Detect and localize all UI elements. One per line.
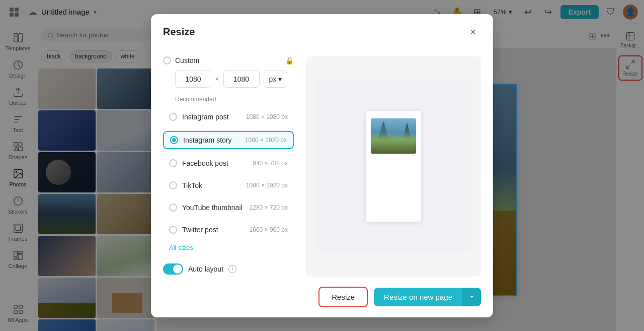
recommended-label: Recommended <box>175 96 294 103</box>
modal-backdrop: Resize × Custom 🔒 × px <box>0 0 644 331</box>
preview-container <box>306 56 481 277</box>
option-name: Twitter post <box>182 226 245 234</box>
unit-chevron: ▾ <box>278 75 282 83</box>
custom-radio[interactable] <box>163 56 171 64</box>
modal-close-button[interactable]: × <box>465 24 481 40</box>
twitter-radio <box>169 226 177 234</box>
option-dims: 1080 × 1080 px <box>246 113 288 120</box>
option-dims: 1080 × 1920 px <box>245 137 287 144</box>
dimension-separator: × <box>215 75 219 83</box>
option-name: Instagram post <box>182 113 241 121</box>
tiktok-radio <box>169 181 177 189</box>
auto-layout-row: Auto layout i <box>163 257 294 277</box>
resize-button[interactable]: Resize <box>318 287 368 307</box>
dimensions-row: × px ▾ <box>175 71 294 88</box>
lock-icon[interactable]: 🔒 <box>285 56 294 64</box>
facebook-post-radio <box>169 159 177 167</box>
modal-body: Custom 🔒 × px ▾ Recommended <box>151 48 493 287</box>
modal-footer: Resize Resize on new page <box>151 287 493 317</box>
resize-on-new-page-group: Resize on new page <box>374 288 481 306</box>
instagram-story-radio <box>170 136 178 144</box>
option-tiktok[interactable]: TikTok 1080 × 1920 px <box>163 177 294 193</box>
option-twitter-post[interactable]: Twitter post 1600 × 900 px <box>163 222 294 238</box>
resize-new-page-chevron-button[interactable] <box>462 288 481 306</box>
unit-select[interactable]: px ▾ <box>264 71 288 88</box>
option-name: TikTok <box>182 181 241 189</box>
auto-layout-info-icon[interactable]: i <box>228 265 236 273</box>
custom-label: Custom <box>175 56 281 64</box>
option-facebook-post[interactable]: Facebook post 940 × 788 px <box>163 155 294 171</box>
height-input[interactable] <box>223 71 260 88</box>
modal-left-panel: Custom 🔒 × px ▾ Recommended <box>163 56 294 277</box>
option-youtube-thumbnail[interactable]: YouTube thumbnail 1280 × 720 px <box>163 200 294 216</box>
option-instagram-post[interactable]: Instagram post 1080 × 1080 px <box>163 109 294 125</box>
chevron-down-icon <box>469 294 475 300</box>
toggle-knob <box>173 264 182 274</box>
width-input[interactable] <box>175 71 211 88</box>
auto-layout-toggle[interactable] <box>163 263 183 275</box>
custom-option-row: Custom 🔒 <box>163 56 294 64</box>
modal-header: Resize × <box>151 14 493 48</box>
unit-value: px <box>269 75 277 83</box>
instagram-post-radio <box>169 113 177 121</box>
option-dims: 1600 × 900 px <box>250 226 288 233</box>
modal-preview-panel <box>306 56 481 277</box>
auto-layout-label: Auto layout <box>188 265 223 273</box>
option-name: Facebook post <box>182 159 248 167</box>
all-sizes-link[interactable]: All sizes <box>169 244 294 251</box>
option-dims: 1080 × 1920 px <box>246 182 288 189</box>
youtube-radio <box>169 204 177 212</box>
option-dims: 940 × 788 px <box>253 160 288 167</box>
option-dims: 1280 × 720 px <box>250 204 288 211</box>
option-name: Instagram story <box>183 136 240 144</box>
modal-title: Resize <box>163 26 195 38</box>
resize-on-new-page-button[interactable]: Resize on new page <box>374 288 462 306</box>
resize-modal: Resize × Custom 🔒 × px <box>151 14 493 317</box>
option-name: YouTube thumbnail <box>182 204 245 212</box>
option-instagram-story[interactable]: Instagram story 1080 × 1920 px <box>163 131 294 149</box>
